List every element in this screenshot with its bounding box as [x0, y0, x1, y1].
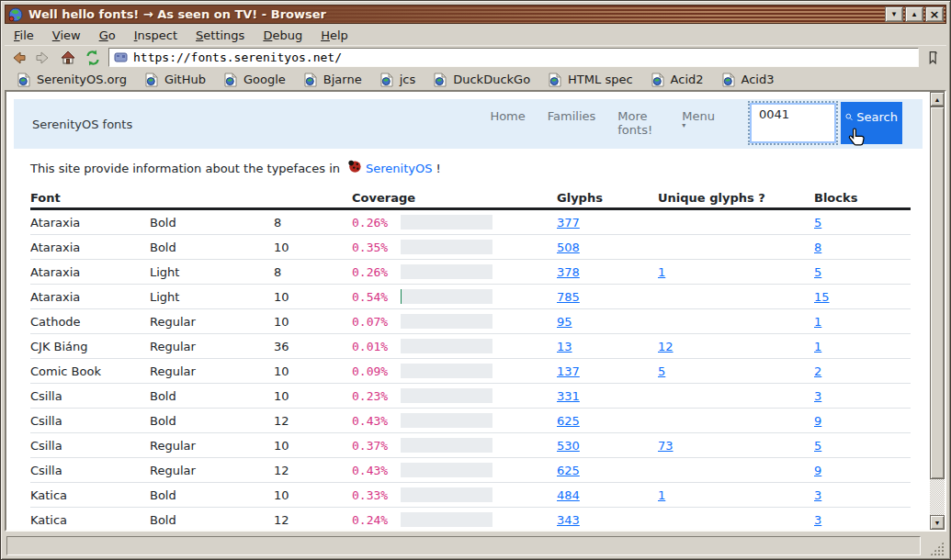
blocks-link[interactable]: 9	[814, 464, 821, 477]
scrollbar-up-button[interactable]: ▲	[930, 92, 945, 106]
bookmark-label: Acid3	[742, 73, 775, 86]
cell-font-size: 10	[274, 439, 352, 453]
glyphs-link[interactable]: 343	[557, 513, 580, 527]
menu-item[interactable]: Debug	[254, 27, 311, 44]
bookmark-item[interactable]: SerenityOS.org	[8, 73, 136, 87]
bookmark-item[interactable]: Acid2	[642, 73, 713, 87]
glyphs-link[interactable]: 625	[557, 414, 580, 428]
unique-glyphs-link[interactable]: 1	[658, 488, 665, 502]
table-row: Csilla Bold 12 0.43% 625 9	[30, 409, 911, 433]
nav-item[interactable]: Families	[548, 110, 596, 138]
menu-item[interactable]: View	[43, 27, 90, 44]
cell-font-size: 10	[274, 315, 352, 329]
coverage-progress-bar	[401, 438, 492, 453]
unique-glyphs-link[interactable]: 5	[658, 364, 665, 378]
table-row: Ataraxia Bold 8 0.26% 377 5	[30, 210, 911, 235]
cell-coverage-percent: 0.23%	[352, 389, 401, 403]
blocks-link[interactable]: 15	[814, 290, 830, 304]
home-button[interactable]	[57, 48, 79, 68]
glyphs-link[interactable]: 95	[557, 315, 572, 329]
bookmark-item[interactable]: Acid3	[713, 73, 784, 87]
blocks-link[interactable]: 9	[814, 414, 821, 428]
resize-grip[interactable]	[930, 542, 944, 555]
cell-coverage-percent: 0.37%	[352, 439, 401, 453]
unique-glyphs-link[interactable]: 1	[658, 265, 665, 279]
glyphs-link[interactable]: 378	[557, 265, 580, 279]
nav-item-label: Home	[490, 109, 525, 123]
browser-content-frame: SerenityOS fonts Home Families More font…	[5, 90, 946, 532]
cell-font-size: 10	[274, 290, 352, 304]
glyphs-link[interactable]: 137	[557, 364, 580, 378]
table-row: Csilla Bold 10 0.23% 331 3	[30, 384, 911, 409]
bookmarks-bar: SerenityOS.org GitHub Google Bjarne	[5, 70, 946, 89]
menu-item[interactable]: Help	[311, 27, 357, 44]
bookmark-item[interactable]: Google	[215, 73, 295, 87]
forward-button[interactable]	[32, 48, 54, 68]
bookmark-favicon-icon	[651, 73, 664, 87]
glyphs-link[interactable]: 625	[557, 464, 580, 477]
glyphs-link[interactable]: 377	[557, 216, 580, 230]
maximize-button[interactable]: ▴	[905, 6, 923, 22]
bookmark-item[interactable]: jcs	[371, 73, 425, 87]
blocks-link[interactable]: 5	[814, 216, 821, 230]
table-row: Cathode Regular 10 0.07% 95 1	[30, 309, 911, 334]
cell-font-name: Cathode	[30, 315, 150, 329]
blocks-link[interactable]: 1	[814, 315, 821, 329]
url-bar[interactable]: https://fonts.serenityos.net/	[108, 48, 919, 67]
blocks-link[interactable]: 8	[814, 241, 821, 254]
blocks-link[interactable]: 1	[814, 340, 821, 353]
cell-coverage-percent: 0.43%	[352, 464, 401, 477]
blocks-link[interactable]: 3	[814, 488, 821, 502]
cell-coverage-percent: 0.33%	[352, 488, 401, 502]
url-text: https://fonts.serenityos.net/	[133, 50, 342, 64]
blocks-link[interactable]: 2	[814, 364, 821, 378]
bookmark-item[interactable]: GitHub	[136, 73, 215, 87]
glyphs-link[interactable]: 785	[557, 290, 580, 304]
nav-item[interactable]: Home	[490, 110, 525, 138]
minimize-button[interactable]: ▾	[885, 6, 903, 22]
back-button[interactable]	[7, 48, 29, 68]
scrollbar-thumb[interactable]	[930, 106, 945, 479]
navigation-toolbar: https://fonts.serenityos.net/	[5, 45, 946, 69]
glyphs-link[interactable]: 331	[557, 389, 580, 403]
search-button[interactable]: Search	[841, 102, 902, 144]
menu-item[interactable]: Settings	[187, 27, 254, 44]
unique-glyphs-link[interactable]: 12	[658, 340, 674, 353]
coverage-progress-bar	[401, 413, 492, 428]
nav-item[interactable]: Menu ▾	[682, 110, 715, 138]
table-row: Comic Book Regular 10 0.09% 137 5 2	[30, 359, 911, 384]
search-input[interactable]	[750, 103, 836, 143]
blocks-link[interactable]: 3	[814, 513, 821, 527]
bookmark-favicon-icon	[17, 73, 30, 87]
close-button[interactable]: ×	[925, 6, 944, 22]
glyphs-link[interactable]: 13	[557, 340, 572, 353]
bookmark-item[interactable]: HTML spec	[539, 73, 641, 87]
menu-item[interactable]: File	[5, 27, 43, 44]
unique-glyphs-link[interactable]: 73	[658, 439, 674, 453]
bookmark-item[interactable]: DuckDuckGo	[425, 73, 539, 87]
glyphs-link[interactable]: 508	[557, 241, 580, 254]
reload-button[interactable]	[82, 48, 104, 68]
vertical-scrollbar[interactable]: ▲ ▼	[930, 92, 945, 530]
scrollbar-down-button[interactable]: ▼	[930, 515, 945, 530]
bookmark-favicon-icon	[224, 73, 237, 87]
glyphs-link[interactable]: 484	[557, 488, 580, 502]
menu-item[interactable]: Inspect	[125, 27, 187, 44]
blocks-link[interactable]: 5	[814, 265, 821, 279]
blocks-link[interactable]: 5	[814, 439, 821, 453]
serenityos-link[interactable]: SerenityOS	[366, 162, 432, 175]
cell-font-name: Ataraxia	[30, 290, 150, 304]
cell-font-size: 10	[274, 488, 352, 502]
site-favicon-icon	[114, 51, 128, 63]
browser-globe-icon	[8, 7, 23, 22]
blocks-link[interactable]: 3	[814, 389, 821, 403]
bookmark-page-button[interactable]	[922, 48, 944, 68]
cell-font-name: Katica	[30, 513, 150, 527]
window-controls: ▾ ▴ ×	[885, 6, 944, 22]
nav-item[interactable]: More fonts!	[617, 110, 660, 138]
menu-item[interactable]: Go	[90, 27, 125, 44]
search-button-label: Search	[856, 110, 898, 124]
title-bar[interactable]: Well hello fonts! → As seen on TV! - Bro…	[5, 5, 946, 24]
glyphs-link[interactable]: 530	[557, 439, 580, 453]
bookmark-item[interactable]: Bjarne	[295, 73, 371, 87]
